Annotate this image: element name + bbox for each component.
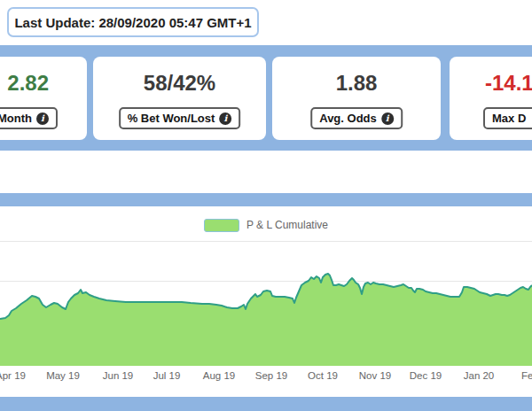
x-axis-label: Sep 19 <box>255 370 287 381</box>
stat-value: 1.88 <box>272 71 441 96</box>
x-axis-label: May 19 <box>46 370 80 381</box>
pl-cumulative-chart: Apr 19May 19Jun 19Jul 19Aug 19Sep 19Oct … <box>0 239 532 397</box>
x-axis-label: Nov 19 <box>359 370 391 381</box>
stat-label-text: /Month <box>0 112 32 125</box>
separator-band <box>0 193 532 206</box>
stat-label-text: Avg. Odds <box>319 112 377 125</box>
x-axis: Apr 19May 19Jun 19Jul 19Aug 19Sep 19Oct … <box>0 368 532 387</box>
stat-value: 2.82 <box>0 71 87 96</box>
info-icon[interactable]: i <box>381 112 394 125</box>
x-axis-label: Jun 19 <box>103 370 134 381</box>
stat-card-avg-odds: 1.88 Avg. Odds i <box>272 57 441 140</box>
stat-value: 58/42% <box>93 71 266 96</box>
x-axis-label: Oct 19 <box>308 370 338 381</box>
x-axis-label: Aug 19 <box>203 370 235 381</box>
x-axis-label: Apr 19 <box>0 370 26 381</box>
stat-label-pill: /Month i <box>0 107 58 129</box>
last-update-text: Last Update: 28/09/2020 05:47 GMT+1 <box>14 15 251 30</box>
stat-label-pill: Max D <box>483 107 532 129</box>
stat-value: -14.1 <box>450 71 532 96</box>
footer-band <box>0 397 532 411</box>
stat-label-text: Max D <box>492 112 526 125</box>
chart-legend[interactable]: P & L Cumulative <box>0 217 532 233</box>
stat-label-text: % Bet Won/Lost <box>128 112 215 125</box>
last-update-box: Last Update: 28/09/2020 05:47 GMT+1 <box>7 7 259 37</box>
x-axis-label: Dec 19 <box>410 370 442 381</box>
stat-card-pl-month: 2.82 /Month i <box>0 57 87 140</box>
stat-label-pill: % Bet Won/Lost i <box>119 107 241 129</box>
x-axis-label: Jan 20 <box>464 370 495 381</box>
stat-card-bet-won-lost: 58/42% % Bet Won/Lost i <box>93 57 266 140</box>
legend-label: P & L Cumulative <box>246 219 328 231</box>
x-axis-label: Jul 19 <box>153 370 181 381</box>
info-icon[interactable]: i <box>219 112 231 125</box>
stat-card-max-drawdown: -14.1 Max D <box>450 57 532 140</box>
info-icon[interactable]: i <box>36 112 49 125</box>
area-chart-canvas <box>0 239 532 368</box>
stat-label-pill: Avg. Odds i <box>310 107 403 129</box>
legend-swatch <box>204 219 239 232</box>
x-axis-label: Feb <box>521 370 532 381</box>
